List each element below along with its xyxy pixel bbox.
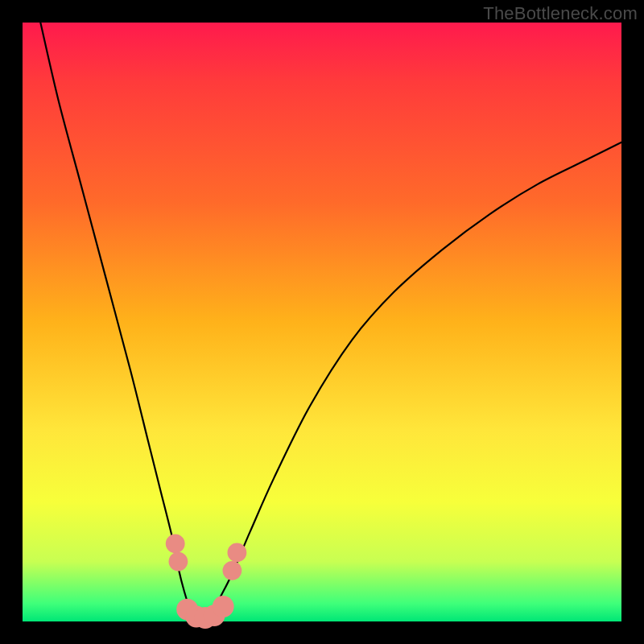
bottleneck-curve <box>40 23 621 621</box>
plot-area <box>23 23 621 621</box>
watermark-text: TheBottleneck.com <box>483 3 638 24</box>
marker-left-cluster-lower <box>169 552 188 572</box>
chart-svg <box>23 23 621 621</box>
marker-left-cluster-upper <box>166 534 185 553</box>
chart-frame: TheBottleneck.com <box>0 0 644 644</box>
marker-group <box>166 534 246 629</box>
marker-right-cluster-lower <box>223 561 242 580</box>
marker-right-cluster-upper <box>228 543 247 563</box>
marker-bottom-right <box>213 596 234 617</box>
